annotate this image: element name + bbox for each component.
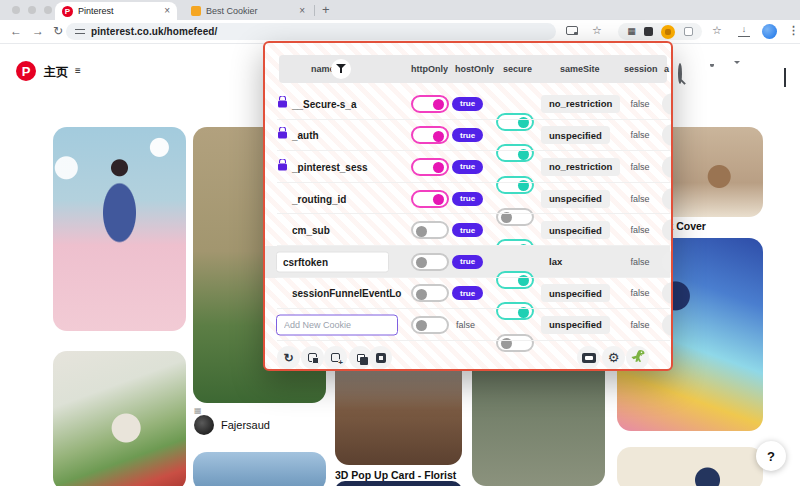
light-extension-icon[interactable] [684,27,693,36]
creator-avatar[interactable] [194,415,214,435]
column-httponly[interactable]: httpOnly [411,64,448,74]
httponly-toggle[interactable] [411,190,449,208]
pin-title[interactable]: 3D Pop Up Card - Florist [335,469,456,481]
column-session[interactable]: session [624,64,658,74]
gear-icon: ⚙ [608,351,620,364]
cookie-name: _pinterest_sess [292,161,368,172]
session-value: false [625,99,655,109]
cookie-row[interactable]: _pinterest_sesstrueno_restrictionfalse [265,151,670,183]
cookie-row[interactable]: falseunspecifiedfalse [265,309,670,341]
partial-action-button[interactable] [662,251,673,273]
cast-icon[interactable] [566,26,578,35]
tab-close-icon[interactable]: × [299,6,305,16]
reload-icon[interactable]: ↻ [53,24,63,38]
side-panel-icon[interactable]: ☆ [712,24,722,37]
pinterest-logo[interactable]: P [16,61,36,81]
creator-name[interactable]: Fajersaud [221,419,270,431]
pin-image-ocean[interactable] [193,452,326,486]
carousel-icon: ▦ [194,407,202,415]
hostonly-badge: true [452,97,483,111]
cookie-editor-popup: name httpOnly hostOnly secure sameSite s… [263,41,673,371]
chevron-down-icon[interactable] [784,68,786,86]
httponly-toggle[interactable] [411,316,449,334]
tab-close-icon[interactable]: × [164,6,170,16]
column-hostonly[interactable]: hostOnly [455,64,494,74]
downloads-icon[interactable]: ↓ [738,25,750,37]
samesite-value[interactable]: unspecified [541,126,610,144]
dark-extension-icon[interactable] [644,27,653,36]
help-button[interactable]: ? [756,441,786,471]
home-feed-label[interactable]: 主页 [44,64,68,81]
samesite-value[interactable]: no_restriction [541,158,620,176]
partial-action-button[interactable] [662,282,673,304]
window-zoom-button[interactable] [44,6,52,14]
profile-avatar[interactable] [762,24,777,39]
dinosaur-button[interactable] [626,346,649,369]
cookie-row[interactable]: _authtrueunspecifiedfalse [265,120,670,152]
samesite-value[interactable]: unspecified [541,190,610,208]
url-text[interactable]: pinterest.co.uk/homefeed/ [91,26,217,37]
samesite-value[interactable]: unspecified [541,284,610,302]
httponly-toggle[interactable] [411,284,449,302]
tab-best-cookier[interactable]: Best Cookier × [184,2,312,20]
grid-extension-icon[interactable]: ▦ [627,27,636,36]
back-icon[interactable]: ← [10,24,22,38]
httponly-toggle[interactable] [411,158,449,176]
httponly-toggle[interactable] [411,126,449,144]
delete-button[interactable] [369,346,392,369]
tab-separator [314,5,315,16]
httponly-toggle[interactable] [411,95,449,113]
partial-action-button[interactable] [662,124,673,146]
hostonly-badge: true [452,223,483,237]
cookie-name-input[interactable] [276,251,389,272]
new-tab-button[interactable]: + [322,2,330,17]
cookie-row[interactable]: sessionFunnelEventLotrueunspecifiedfalse [265,278,670,310]
chrome-menu-icon[interactable]: ⋮ [788,24,799,37]
import-icon [308,353,317,362]
screen: P Pinterest × Best Cookier × + ← → ↻ pin… [0,0,800,486]
column-samesite[interactable]: sameSite [560,64,600,74]
window-minimize-button[interactable] [28,6,36,14]
cookie-extension-icon[interactable] [661,25,675,39]
site-settings-icon[interactable] [75,28,85,36]
cookie-row[interactable]: _routing_idtrueunspecifiedfalse [265,183,670,215]
cookie-row[interactable]: cm_subtrueunspecifiedfalse [265,214,670,246]
samesite-value[interactable]: unspecified [541,221,610,239]
httponly-toggle[interactable] [411,221,449,239]
partial-action-button[interactable] [662,219,673,241]
settings-button[interactable]: ⚙ [602,346,625,369]
cookie-row[interactable]: __Secure-s_atrueno_restrictionfalse [265,88,670,120]
partial-action-button[interactable] [662,314,673,336]
pin-image-couple-illustration[interactable] [617,447,763,486]
address-bar[interactable]: pinterest.co.uk/homefeed/ [66,23,556,40]
partial-action-button[interactable] [662,156,673,178]
tab-pinterest[interactable]: P Pinterest × [55,2,177,20]
add-new-cookie-input[interactable] [276,314,398,335]
window-close-button[interactable] [12,6,20,14]
forward-icon[interactable]: → [32,24,44,38]
partial-action-button[interactable] [662,188,673,210]
copy-icon [357,354,365,362]
dinosaur-icon [630,349,646,367]
search-icon[interactable] [678,65,682,83]
samesite-value[interactable]: unspecified [541,316,610,334]
import-button[interactable] [301,346,324,369]
column-secure[interactable]: secure [503,64,532,74]
samesite-value[interactable]: lax [541,253,570,271]
partial-action-button[interactable] [662,93,673,115]
pin-image-watermelon-girl[interactable] [53,351,186,486]
pin-image-navy[interactable] [335,481,462,486]
bookmark-star-icon[interactable]: ☆ [592,24,602,37]
hostonly-badge: true [452,128,483,142]
hostonly-value: false [456,320,475,330]
column-partial[interactable]: a [664,64,669,74]
screencast-button[interactable] [577,346,600,369]
httponly-toggle[interactable] [411,253,449,271]
home-menu-icon[interactable]: ≡ [75,65,81,76]
samesite-value[interactable]: no_restriction [541,95,620,113]
refresh-button[interactable]: ↻ [277,346,300,369]
cookie-row[interactable]: truelaxfalse [265,246,670,278]
filter-button[interactable] [331,59,351,79]
export-button[interactable] [324,346,347,369]
pin-image-floral-illustration[interactable] [53,127,186,331]
